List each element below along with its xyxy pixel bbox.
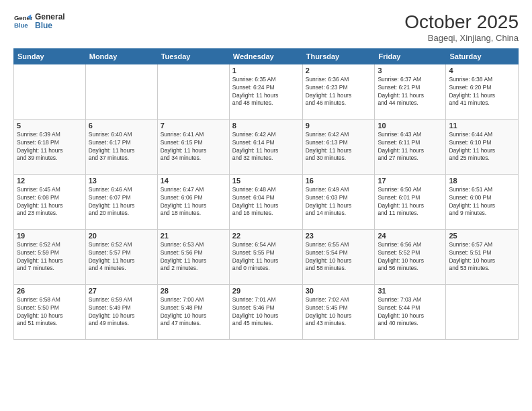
table-row: 26Sunrise: 6:58 AM Sunset: 5:50 PM Dayli…: [14, 284, 86, 339]
table-row: 11Sunrise: 6:44 AM Sunset: 6:10 PM Dayli…: [446, 119, 519, 174]
day-info: Sunrise: 6:52 AM Sunset: 5:57 PM Dayligh…: [89, 241, 154, 273]
day-number: 19: [17, 232, 83, 240]
day-number: 1: [232, 66, 300, 75]
day-number: 18: [449, 177, 515, 185]
day-info: Sunrise: 6:54 AM Sunset: 5:55 PM Dayligh…: [232, 241, 300, 273]
table-row: 21Sunrise: 6:53 AM Sunset: 5:56 PM Dayli…: [157, 229, 229, 284]
day-info: Sunrise: 6:37 AM Sunset: 6:21 PM Dayligh…: [378, 76, 443, 108]
day-number: 7: [161, 122, 226, 130]
day-number: 30: [306, 287, 372, 295]
table-row: 8Sunrise: 6:42 AM Sunset: 6:14 PM Daylig…: [229, 119, 302, 174]
table-row: 30Sunrise: 7:02 AM Sunset: 5:45 PM Dayli…: [302, 284, 375, 339]
table-row: 17Sunrise: 6:50 AM Sunset: 6:01 PM Dayli…: [375, 174, 446, 229]
day-info: Sunrise: 6:47 AM Sunset: 6:06 PM Dayligh…: [161, 186, 226, 218]
table-row: 2Sunrise: 6:36 AM Sunset: 6:23 PM Daylig…: [302, 64, 375, 119]
day-info: Sunrise: 6:45 AM Sunset: 6:08 PM Dayligh…: [17, 186, 83, 218]
day-info: Sunrise: 6:56 AM Sunset: 5:52 PM Dayligh…: [378, 241, 443, 273]
day-number: 20: [89, 232, 154, 240]
table-row: 9Sunrise: 6:42 AM Sunset: 6:13 PM Daylig…: [302, 119, 375, 174]
table-row: 29Sunrise: 7:01 AM Sunset: 5:46 PM Dayli…: [229, 284, 302, 339]
day-number: 25: [449, 232, 515, 240]
day-info: Sunrise: 6:36 AM Sunset: 6:23 PM Dayligh…: [306, 76, 372, 108]
table-row: 31Sunrise: 7:03 AM Sunset: 5:44 PM Dayli…: [375, 284, 446, 339]
day-info: Sunrise: 6:51 AM Sunset: 6:00 PM Dayligh…: [449, 186, 515, 218]
day-number: 11: [449, 122, 515, 130]
logo-line2: Blue: [35, 21, 65, 30]
col-monday: Monday: [85, 48, 157, 64]
day-info: Sunrise: 7:01 AM Sunset: 5:46 PM Dayligh…: [232, 296, 300, 328]
logo: General Blue General Blue: [13, 12, 65, 31]
day-info: Sunrise: 6:50 AM Sunset: 6:01 PM Dayligh…: [378, 186, 443, 218]
day-number: 26: [17, 287, 83, 295]
day-info: Sunrise: 6:43 AM Sunset: 6:11 PM Dayligh…: [378, 131, 443, 163]
table-row: 23Sunrise: 6:55 AM Sunset: 5:54 PM Dayli…: [302, 229, 375, 284]
day-info: Sunrise: 7:03 AM Sunset: 5:44 PM Dayligh…: [378, 296, 443, 328]
day-number: 4: [449, 66, 515, 75]
svg-text:Blue: Blue: [14, 21, 28, 29]
day-number: 31: [378, 287, 443, 295]
calendar-week-row: 5Sunrise: 6:39 AM Sunset: 6:18 PM Daylig…: [14, 119, 519, 174]
table-row: 19Sunrise: 6:52 AM Sunset: 5:59 PM Dayli…: [14, 229, 86, 284]
table-row: 5Sunrise: 6:39 AM Sunset: 6:18 PM Daylig…: [14, 119, 86, 174]
col-wednesday: Wednesday: [229, 48, 302, 64]
day-number: 27: [89, 287, 154, 295]
day-number: 10: [378, 122, 443, 130]
day-info: Sunrise: 6:49 AM Sunset: 6:03 PM Dayligh…: [306, 186, 372, 218]
calendar-week-row: 1Sunrise: 6:35 AM Sunset: 6:24 PM Daylig…: [14, 64, 519, 119]
day-number: 22: [232, 232, 300, 240]
day-number: 2: [306, 66, 372, 75]
day-info: Sunrise: 6:35 AM Sunset: 6:24 PM Dayligh…: [232, 76, 300, 108]
day-number: 5: [17, 122, 83, 130]
table-row: [446, 284, 519, 339]
day-info: Sunrise: 7:00 AM Sunset: 5:48 PM Dayligh…: [161, 296, 226, 328]
logo-icon: General Blue: [13, 12, 32, 31]
table-row: 24Sunrise: 6:56 AM Sunset: 5:52 PM Dayli…: [375, 229, 446, 284]
calendar-week-row: 19Sunrise: 6:52 AM Sunset: 5:59 PM Dayli…: [14, 229, 519, 284]
day-number: 15: [232, 177, 300, 185]
day-info: Sunrise: 6:52 AM Sunset: 5:59 PM Dayligh…: [17, 241, 83, 273]
table-row: 4Sunrise: 6:38 AM Sunset: 6:20 PM Daylig…: [446, 64, 519, 119]
location: Bageqi, Xinjiang, China: [404, 33, 519, 43]
day-info: Sunrise: 6:44 AM Sunset: 6:10 PM Dayligh…: [449, 131, 515, 163]
table-row: 18Sunrise: 6:51 AM Sunset: 6:00 PM Dayli…: [446, 174, 519, 229]
day-number: 8: [232, 122, 300, 130]
table-row: [14, 64, 86, 119]
col-sunday: Sunday: [14, 48, 86, 64]
day-number: 24: [378, 232, 443, 240]
day-info: Sunrise: 6:46 AM Sunset: 6:07 PM Dayligh…: [89, 186, 154, 218]
table-row: 22Sunrise: 6:54 AM Sunset: 5:55 PM Dayli…: [229, 229, 302, 284]
day-info: Sunrise: 6:38 AM Sunset: 6:20 PM Dayligh…: [449, 76, 515, 108]
calendar-week-row: 26Sunrise: 6:58 AM Sunset: 5:50 PM Dayli…: [14, 284, 519, 339]
table-row: 15Sunrise: 6:48 AM Sunset: 6:04 PM Dayli…: [229, 174, 302, 229]
day-info: Sunrise: 6:48 AM Sunset: 6:04 PM Dayligh…: [232, 186, 300, 218]
day-number: 23: [306, 232, 372, 240]
table-row: 12Sunrise: 6:45 AM Sunset: 6:08 PM Dayli…: [14, 174, 86, 229]
col-saturday: Saturday: [446, 48, 519, 64]
table-row: 1Sunrise: 6:35 AM Sunset: 6:24 PM Daylig…: [229, 64, 302, 119]
table-row: 27Sunrise: 6:59 AM Sunset: 5:49 PM Dayli…: [85, 284, 157, 339]
table-row: 7Sunrise: 6:41 AM Sunset: 6:15 PM Daylig…: [157, 119, 229, 174]
day-number: 29: [232, 287, 300, 295]
title-block: October 2025 Bageqi, Xinjiang, China: [404, 12, 519, 43]
header: General Blue General Blue October 2025 B…: [13, 12, 519, 43]
table-row: [157, 64, 229, 119]
table-row: 14Sunrise: 6:47 AM Sunset: 6:06 PM Dayli…: [157, 174, 229, 229]
calendar-table: Sunday Monday Tuesday Wednesday Thursday…: [13, 48, 519, 340]
table-row: 25Sunrise: 6:57 AM Sunset: 5:51 PM Dayli…: [446, 229, 519, 284]
calendar-week-row: 12Sunrise: 6:45 AM Sunset: 6:08 PM Dayli…: [14, 174, 519, 229]
day-info: Sunrise: 6:40 AM Sunset: 6:17 PM Dayligh…: [89, 131, 154, 163]
day-number: 3: [378, 66, 443, 75]
day-info: Sunrise: 6:55 AM Sunset: 5:54 PM Dayligh…: [306, 241, 372, 273]
month-title: October 2025: [404, 12, 519, 33]
table-row: 13Sunrise: 6:46 AM Sunset: 6:07 PM Dayli…: [85, 174, 157, 229]
day-info: Sunrise: 6:42 AM Sunset: 6:14 PM Dayligh…: [232, 131, 300, 163]
day-number: 21: [161, 232, 226, 240]
day-info: Sunrise: 6:53 AM Sunset: 5:56 PM Dayligh…: [161, 241, 226, 273]
col-friday: Friday: [375, 48, 446, 64]
day-info: Sunrise: 6:41 AM Sunset: 6:15 PM Dayligh…: [161, 131, 226, 163]
day-number: 9: [306, 122, 372, 130]
day-number: 28: [161, 287, 226, 295]
day-info: Sunrise: 7:02 AM Sunset: 5:45 PM Dayligh…: [306, 296, 372, 328]
page: General Blue General Blue October 2025 B…: [0, 0, 532, 411]
day-number: 17: [378, 177, 443, 185]
